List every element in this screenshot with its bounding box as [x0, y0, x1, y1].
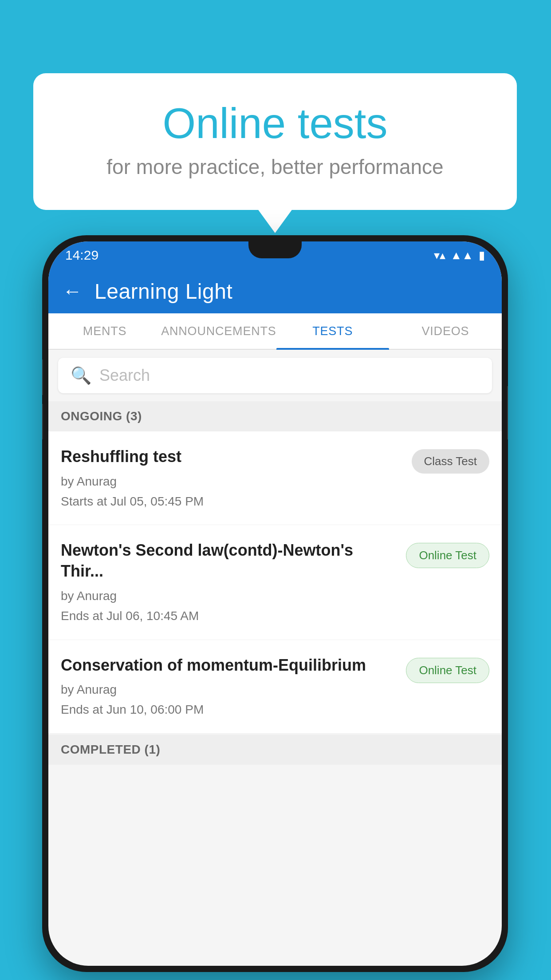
test-item[interactable]: Reshuffling test by Anurag Starts at Jul… [48, 431, 502, 525]
power-button [507, 386, 508, 439]
test-badge-class: Class Test [412, 449, 489, 474]
test-date: Starts at Jul 05, 05:45 PM [61, 492, 404, 512]
tab-ments[interactable]: MENTS [48, 313, 161, 349]
signal-icon: ▲▲ [451, 249, 473, 262]
promo-subtitle: for more practice, better performance [69, 155, 481, 179]
test-badge-online: Online Test [406, 543, 489, 568]
tab-tests[interactable]: TESTS [276, 313, 389, 349]
battery-icon: ▮ [479, 249, 485, 262]
wifi-icon: ▾▴ [434, 249, 445, 262]
phone-screen: 14:29 ▾▴ ▲▲ ▮ ← Learning Light MENTS ANN… [48, 241, 502, 966]
ongoing-section-header: ONGOING (3) [48, 401, 502, 431]
test-title: Reshuffling test [61, 447, 404, 467]
tab-announcements[interactable]: ANNOUNCEMENTS [161, 313, 276, 349]
search-icon: 🔍 [71, 366, 91, 385]
test-title: Newton's Second law(contd)-Newton's Thir… [61, 540, 398, 582]
volume-up-button [42, 360, 43, 395]
back-button[interactable]: ← [63, 280, 82, 302]
volume-down-button [42, 404, 43, 439]
test-date: Ends at Jun 10, 06:00 PM [61, 700, 398, 720]
app-bar: ← Learning Light [48, 269, 502, 313]
test-date: Ends at Jul 06, 10:45 AM [61, 606, 398, 626]
search-container: 🔍 Search [48, 350, 502, 401]
tab-bar: MENTS ANNOUNCEMENTS TESTS VIDEOS [48, 313, 502, 350]
tab-videos[interactable]: VIDEOS [389, 313, 502, 349]
test-info: Newton's Second law(contd)-Newton's Thir… [61, 540, 398, 626]
test-by: by Anurag [61, 586, 398, 606]
test-title: Conservation of momentum-Equilibrium [61, 655, 398, 676]
search-input[interactable]: Search [99, 366, 150, 385]
test-info: Reshuffling test by Anurag Starts at Jul… [61, 447, 404, 511]
status-time: 14:29 [65, 248, 98, 263]
notch [248, 241, 302, 258]
app-title: Learning Light [94, 279, 232, 304]
test-by: by Anurag [61, 680, 398, 700]
status-icons: ▾▴ ▲▲ ▮ [434, 249, 485, 262]
tests-list: Reshuffling test by Anurag Starts at Jul… [48, 431, 502, 734]
search-bar[interactable]: 🔍 Search [58, 358, 492, 393]
test-item[interactable]: Newton's Second law(contd)-Newton's Thir… [48, 525, 502, 640]
completed-section-header: COMPLETED (1) [48, 735, 502, 765]
phone-frame: 14:29 ▾▴ ▲▲ ▮ ← Learning Light MENTS ANN… [42, 235, 508, 972]
test-badge-online-2: Online Test [406, 658, 489, 683]
promo-title: Online tests [69, 100, 481, 147]
test-by: by Anurag [61, 472, 404, 492]
promo-card: Online tests for more practice, better p… [33, 73, 517, 210]
status-bar: 14:29 ▾▴ ▲▲ ▮ [48, 241, 502, 269]
test-info: Conservation of momentum-Equilibrium by … [61, 655, 398, 720]
test-item[interactable]: Conservation of momentum-Equilibrium by … [48, 640, 502, 734]
